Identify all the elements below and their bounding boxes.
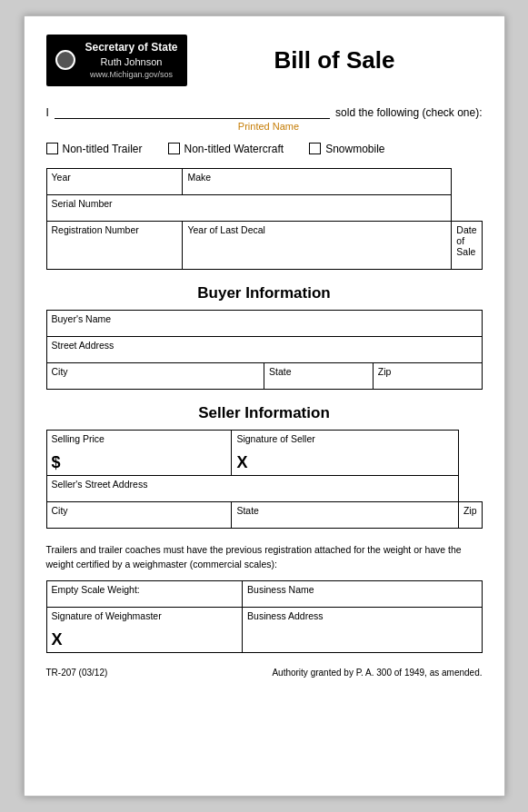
date-of-sale-label: Date of Sale: [456, 224, 476, 257]
seller-state-label: State: [236, 505, 453, 516]
buyer-city-label: City: [52, 366, 260, 377]
year-label: Year: [52, 172, 178, 183]
printed-name-label: Printed Name: [55, 121, 483, 132]
registration-number-cell[interactable]: Registration Number: [46, 221, 183, 269]
buyer-city-cell[interactable]: City: [46, 362, 264, 389]
sos-web: www.Michigan.gov/sos: [85, 69, 178, 81]
weight-table: Empty Scale Weight: Business Name Signat…: [46, 580, 483, 653]
checkbox-label-trailer: Non-titled Trailer: [63, 143, 143, 155]
table-row: Registration Number Year of Last Decal D…: [46, 221, 482, 269]
table-row: Selling Price $ Signature of Seller X: [46, 430, 482, 475]
vehicle-type-checkboxes: Non-titled Trailer Non-titled Watercraft…: [46, 143, 483, 155]
seller-section-heading: Seller Information: [46, 404, 483, 422]
serial-number-cell[interactable]: Serial Number: [46, 194, 452, 221]
selling-price-cell[interactable]: Selling Price $: [46, 430, 232, 475]
buyer-name-cell[interactable]: Buyer's Name: [46, 310, 482, 336]
year-cell[interactable]: Year: [46, 168, 183, 194]
checkbox-non-titled-trailer[interactable]: Non-titled Trailer: [46, 143, 143, 155]
checkbox-icon-watercraft[interactable]: [168, 143, 180, 154]
make-label: Make: [187, 172, 446, 183]
checkbox-icon-snowmobile[interactable]: [309, 143, 321, 154]
buyer-zip-cell[interactable]: Zip: [373, 362, 482, 389]
buyer-street-cell[interactable]: Street Address: [46, 336, 482, 362]
table-row: City State Zip: [46, 501, 482, 528]
table-row: Serial Number: [46, 194, 482, 221]
buyer-info-table: Buyer's Name Street Address City State Z…: [46, 310, 483, 390]
seller-info-table: Selling Price $ Signature of Seller X Se…: [46, 430, 483, 529]
seller-city-label: City: [52, 505, 227, 516]
i-label: I: [46, 106, 49, 119]
buyer-name-label: Buyer's Name: [52, 313, 477, 324]
signature-seller-label: Signature of Seller: [236, 433, 453, 444]
business-address-cell[interactable]: Business Address: [243, 608, 482, 653]
table-row: Street Address: [46, 336, 482, 362]
footer-bar: TR-207 (03/12) Authority granted by P. A…: [46, 668, 483, 678]
business-name-label: Business Name: [247, 584, 476, 595]
year-last-decal-cell[interactable]: Year of Last Decal: [183, 221, 452, 269]
x-signature-sign: X: [236, 453, 453, 472]
checkbox-label-watercraft: Non-titled Watercraft: [184, 143, 284, 155]
table-row: Signature of Weighmaster X Business Addr…: [46, 608, 482, 653]
header: Secretary of State Ruth Johnson www.Mich…: [46, 35, 483, 86]
form-number: TR-207 (03/12): [46, 668, 108, 678]
registration-number-label: Registration Number: [52, 224, 178, 235]
signature-weighmaster-cell[interactable]: Signature of Weighmaster X: [46, 608, 243, 653]
seller-street-cell[interactable]: Seller's Street Address: [46, 475, 458, 501]
checkbox-snowmobile[interactable]: Snowmobile: [309, 143, 384, 155]
authority-text: Authority granted by P. A. 300 of 1949, …: [272, 668, 482, 678]
signature-weighmaster-label: Signature of Weighmaster: [52, 610, 238, 621]
vehicle-info-table: Year Make Serial Number Registration Num…: [46, 168, 483, 270]
checkbox-icon-trailer[interactable]: [46, 143, 58, 154]
seller-state-cell[interactable]: State: [232, 501, 458, 528]
selling-price-label: Selling Price: [52, 433, 227, 444]
table-row: Empty Scale Weight: Business Name: [46, 581, 482, 608]
sos-name: Ruth Johnson: [85, 55, 178, 69]
date-of-sale-cell[interactable]: Date of Sale: [452, 221, 482, 269]
buyer-street-label: Street Address: [52, 340, 477, 351]
seller-street-label: Seller's Street Address: [52, 479, 453, 490]
empty-scale-weight-label: Empty Scale Weight:: [52, 584, 238, 595]
buyer-state-cell[interactable]: State: [264, 362, 374, 389]
checkbox-non-titled-watercraft[interactable]: Non-titled Watercraft: [168, 143, 284, 155]
year-last-decal-label: Year of Last Decal: [187, 224, 446, 235]
table-row: Seller's Street Address: [46, 475, 482, 501]
signature-seller-cell[interactable]: Signature of Seller X: [232, 430, 458, 475]
printed-name-field[interactable]: [55, 103, 330, 119]
sold-text: sold the following (check one):: [335, 106, 482, 119]
x-weighmaster-sign: X: [52, 630, 238, 649]
sos-seal-icon: [55, 50, 75, 70]
seller-zip-cell[interactable]: Zip: [458, 501, 482, 528]
trailer-note: Trailers and trailer coaches must have t…: [46, 543, 483, 572]
page-title: Bill of Sale: [187, 46, 483, 74]
page: Secretary of State Ruth Johnson www.Mich…: [24, 15, 505, 797]
business-address-label: Business Address: [247, 610, 476, 621]
sos-title: Secretary of State: [85, 40, 178, 55]
seller-city-cell[interactable]: City: [46, 501, 232, 528]
dollar-sign: $: [52, 453, 227, 472]
table-row: City State Zip: [46, 362, 482, 389]
buyer-state-label: State: [269, 366, 368, 377]
buyer-section-heading: Buyer Information: [46, 284, 483, 302]
buyer-zip-label: Zip: [378, 366, 477, 377]
seller-line: I sold the following (check one):: [46, 103, 483, 119]
table-row: Buyer's Name: [46, 310, 482, 336]
empty-scale-weight-cell[interactable]: Empty Scale Weight:: [46, 581, 243, 608]
checkbox-label-snowmobile: Snowmobile: [325, 143, 384, 155]
serial-number-label: Serial Number: [52, 198, 447, 209]
seller-zip-label: Zip: [463, 505, 477, 516]
make-cell[interactable]: Make: [183, 168, 452, 194]
sos-logo-box: Secretary of State Ruth Johnson www.Mich…: [46, 35, 187, 86]
business-name-cell[interactable]: Business Name: [243, 581, 482, 608]
table-row: Year Make: [46, 168, 482, 194]
